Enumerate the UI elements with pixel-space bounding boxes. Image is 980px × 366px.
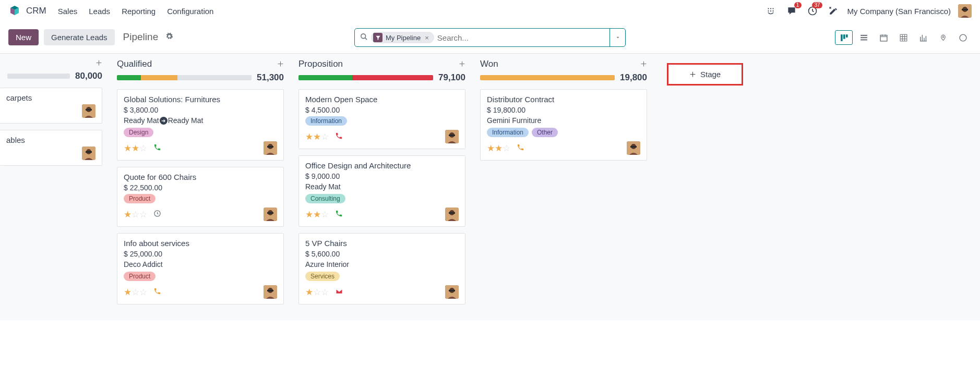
star-icon[interactable]: ☆	[132, 287, 139, 298]
view-graph[interactable]	[914, 30, 932, 45]
kanban-card[interactable]: Modern Open Space$ 4,500.00Information★★…	[298, 89, 465, 149]
star-icon[interactable]: ★	[313, 209, 321, 220]
priority-stars[interactable]: ★★☆	[305, 131, 329, 142]
dialpad-icon[interactable]	[764, 4, 778, 18]
star-icon[interactable]: ☆	[139, 209, 147, 220]
tag[interactable]: Services	[305, 272, 340, 281]
star-icon[interactable]: ★	[305, 209, 313, 220]
tag[interactable]: Information	[487, 128, 529, 137]
assignee-avatar[interactable]	[445, 208, 459, 221]
nav-reporting[interactable]: Reporting	[122, 7, 156, 16]
view-map[interactable]	[934, 30, 952, 45]
filter-chip-remove[interactable]: ×	[424, 34, 430, 42]
user-avatar[interactable]	[958, 4, 972, 18]
priority-stars[interactable]: ★☆☆	[305, 287, 329, 298]
assignee-avatar[interactable]	[82, 147, 95, 160]
star-icon[interactable]: ☆	[139, 143, 147, 154]
kanban-card[interactable]: 5 VP Chairs$ 5,600.00Azure InteriorServi…	[298, 233, 465, 304]
add-stage-button[interactable]: Stage	[667, 63, 743, 86]
view-activity[interactable]	[954, 30, 972, 45]
activities-icon[interactable]: 37	[806, 4, 819, 18]
svg-point-2	[772, 8, 773, 9]
svg-rect-12	[843, 34, 845, 39]
column-add-icon[interactable]	[640, 60, 647, 69]
nav-configuration[interactable]: Configuration	[167, 7, 213, 16]
star-icon[interactable]: ★	[305, 287, 313, 298]
star-icon[interactable]: ★	[124, 287, 132, 298]
star-icon[interactable]: ☆	[503, 143, 510, 154]
assignee-avatar[interactable]	[445, 285, 459, 299]
filter-chip-my-pipeline[interactable]: My Pipeline ×	[371, 32, 434, 43]
assignee-avatar[interactable]	[445, 130, 459, 143]
kanban-card[interactable]: Distributor Contract$ 19,800.00Gemini Fu…	[480, 89, 647, 161]
column-add-icon[interactable]	[277, 60, 284, 69]
assignee-avatar[interactable]	[264, 141, 277, 155]
star-icon[interactable]: ★	[124, 209, 132, 220]
star-icon[interactable]: ★	[124, 143, 132, 154]
search-input[interactable]	[437, 33, 606, 42]
star-icon[interactable]: ★	[132, 143, 139, 154]
kanban-card[interactable]: Global Solutions: Furnitures$ 3,800.00Re…	[117, 89, 284, 161]
tag[interactable]: Consulting	[305, 194, 345, 203]
gear-icon[interactable]	[165, 32, 173, 42]
column-add-icon[interactable]	[95, 59, 102, 68]
messages-icon[interactable]: 1	[785, 4, 798, 18]
view-list[interactable]	[855, 30, 873, 45]
star-icon[interactable]: ★	[495, 143, 503, 154]
generate-leads-button[interactable]: Generate Leads	[44, 29, 115, 45]
debug-icon[interactable]	[827, 4, 840, 18]
app-title[interactable]: CRM	[26, 6, 46, 16]
company-switcher[interactable]: My Company (San Francisco)	[847, 7, 951, 16]
priority-stars[interactable]: ★☆☆	[124, 209, 147, 220]
tag[interactable]: Design	[124, 128, 153, 137]
star-icon[interactable]: ☆	[321, 131, 329, 142]
priority-stars[interactable]: ★★☆	[305, 209, 329, 220]
view-calendar[interactable]	[875, 30, 892, 45]
star-icon[interactable]: ★	[305, 131, 313, 142]
star-icon[interactable]: ☆	[321, 209, 329, 220]
assignee-avatar[interactable]	[264, 208, 277, 221]
kanban-card[interactable]: carpets	[0, 88, 102, 124]
activity-icon[interactable]	[153, 287, 161, 297]
search-dropdown[interactable]	[609, 29, 625, 46]
activity-icon[interactable]	[335, 210, 343, 219]
column-title[interactable]: Proposition	[298, 59, 343, 69]
tag[interactable]: Product	[124, 272, 156, 281]
kanban-card[interactable]: Info about services$ 25,000.00Deco Addic…	[117, 233, 284, 304]
new-button[interactable]: New	[8, 29, 39, 45]
activity-icon[interactable]	[335, 132, 343, 141]
assignee-avatar[interactable]	[627, 141, 640, 155]
tag[interactable]: Product	[124, 194, 156, 203]
svg-rect-48	[630, 146, 637, 148]
star-icon[interactable]: ★	[313, 131, 321, 142]
star-icon[interactable]: ☆	[321, 287, 329, 298]
activity-icon[interactable]	[153, 210, 161, 219]
view-pivot[interactable]	[894, 30, 912, 45]
priority-stars[interactable]: ★★☆	[487, 143, 510, 154]
kanban-card[interactable]: Office Design and Architecture$ 9,000.00…	[298, 155, 465, 227]
view-kanban[interactable]	[835, 30, 853, 45]
activity-icon[interactable]	[153, 143, 161, 153]
kanban-card[interactable]: ables	[0, 130, 102, 166]
kanban-card[interactable]: Quote for 600 Chairs$ 22,500.00Product★☆…	[117, 167, 284, 227]
star-icon[interactable]: ★	[487, 143, 495, 154]
app-logo-icon[interactable]	[8, 5, 21, 17]
priority-stars[interactable]: ★☆☆	[124, 287, 147, 298]
view-switcher	[835, 30, 972, 45]
column-add-icon[interactable]	[459, 60, 465, 69]
star-icon[interactable]: ☆	[132, 209, 139, 220]
nav-leads[interactable]: Leads	[89, 7, 110, 16]
priority-stars[interactable]: ★★☆	[124, 143, 147, 154]
star-icon[interactable]: ☆	[313, 287, 321, 298]
assignee-avatar[interactable]	[82, 104, 95, 118]
nav-sales[interactable]: Sales	[58, 7, 78, 16]
column-sum: 80,000	[75, 71, 102, 81]
column-title[interactable]: Qualified	[117, 59, 152, 69]
column-title[interactable]: Won	[480, 59, 498, 69]
tag[interactable]: Other	[532, 128, 558, 137]
assignee-avatar[interactable]	[264, 285, 277, 299]
activity-icon[interactable]	[335, 288, 343, 297]
activity-icon[interactable]	[517, 143, 524, 153]
star-icon[interactable]: ☆	[139, 287, 147, 298]
tag[interactable]: Information	[305, 116, 347, 126]
